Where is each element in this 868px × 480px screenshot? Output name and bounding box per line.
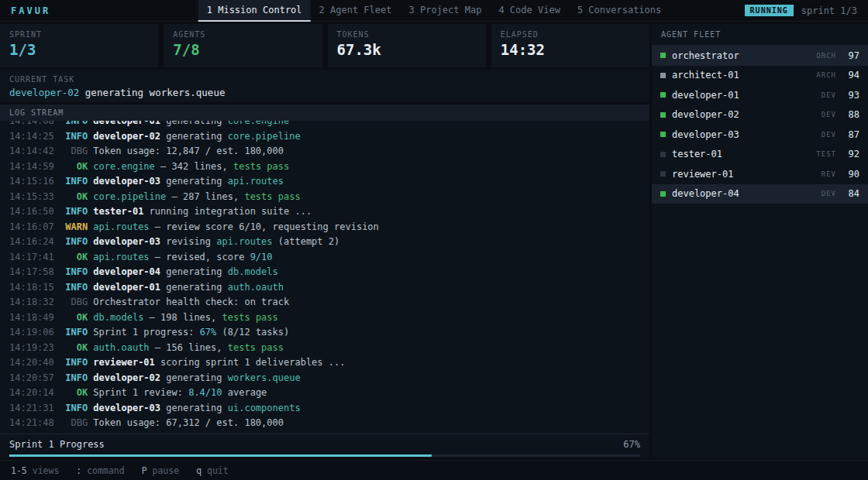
log-line: 14:15:33OKcore.pipeline — 287 lines, tes…	[9, 190, 640, 205]
hint-views: 1-5 views	[11, 465, 59, 476]
agent-role: DEV	[822, 91, 836, 99]
log-time: 14:16:07	[9, 220, 60, 235]
agent-fleet-title: AGENT FLEET	[652, 24, 868, 46]
agent-role: TEST	[816, 150, 836, 158]
log-time: 14:15:33	[9, 190, 60, 205]
log-message: core.pipeline — 287 lines, tests pass	[93, 190, 300, 205]
log-level: INFO	[60, 235, 88, 250]
log-panel: LOG STREAM 14:14:08INFOdeveloper-01 gene…	[0, 105, 649, 434]
agent-name: developer-02	[672, 109, 815, 120]
agent-row-orchestrator[interactable]: orchestratorORCH97	[652, 46, 868, 66]
log-message: Sprint 1 review: 8.4/10 average	[93, 386, 267, 401]
agent-row-developer-03[interactable]: developer-03DEV87	[652, 125, 868, 145]
log-line: 14:16:07WARNapi.routes — review score 6/…	[9, 220, 640, 235]
log-level: OK	[60, 341, 88, 356]
log-line: 14:14:59OKcore.engine — 342 lines, tests…	[9, 159, 640, 175]
log-line: 14:19:06INFOSprint 1 progress: 67% (8/12…	[9, 325, 640, 341]
hint-label: pause	[147, 465, 180, 476]
log-time: 14:18:15	[9, 280, 60, 296]
stat-tokens: TOKENS67.3k	[328, 24, 486, 67]
agent-row-developer-01[interactable]: developer-01DEV93	[652, 85, 868, 105]
log-time: 14:18:49	[9, 310, 60, 326]
log-level: INFO	[60, 355, 88, 371]
log-message: developer-02 generating workers.queue	[93, 371, 300, 386]
tab-3-project-map[interactable]: 3 Project Map	[400, 0, 490, 22]
log-message: developer-01 generating auth.oauth	[93, 280, 284, 296]
log-level: OK	[60, 159, 88, 175]
log-line: 14:20:14OKSprint 1 review: 8.4/10 averag…	[9, 386, 640, 401]
agent-row-developer-02[interactable]: developer-02DEV88	[652, 105, 868, 125]
log-level: INFO	[60, 401, 88, 417]
stat-elapsed: ELAPSED14:32	[491, 24, 649, 67]
log-line: 14:17:58INFOdeveloper-04 generating db.m…	[9, 265, 640, 280]
stats-row: SPRINT1/3AGENTS7/8TOKENS67.3kELAPSED14:3…	[0, 24, 649, 67]
main-area: SPRINT1/3AGENTS7/8TOKENS67.3kELAPSED14:3…	[0, 24, 868, 458]
log-message: developer-02 generating core.pipeline	[93, 129, 300, 145]
log-message: Token usage: 67,312 / est. 180,000	[93, 416, 284, 431]
current-task-line: developer-02generating workers.queue	[9, 87, 640, 98]
log-message: db.models — 198 lines, tests pass	[93, 310, 277, 326]
tab-5-conversations[interactable]: 5 Conversations	[569, 0, 670, 22]
log-time: 14:21:48	[9, 416, 60, 431]
hint-key: P	[142, 465, 147, 476]
log-level: INFO	[60, 121, 88, 129]
log-level: INFO	[60, 371, 88, 386]
hint-quit: q quit	[196, 465, 229, 476]
stat-value: 67.3k	[337, 41, 477, 58]
log-line: 14:15:16INFOdeveloper-03 generating api.…	[9, 174, 640, 190]
log-time: 14:18:32	[9, 295, 60, 310]
tab-4-code-view[interactable]: 4 Code View	[490, 0, 568, 22]
log-line: 14:18:15INFOdeveloper-01 generating auth…	[9, 280, 640, 296]
log-stream-header: LOG STREAM	[0, 105, 649, 121]
agent-score: 84	[842, 188, 859, 199]
tab-bar: 1 Mission Control2 Agent Fleet3 Project …	[198, 0, 670, 22]
log-message: reviewer-01 scoring sprint 1 deliverable…	[93, 355, 345, 371]
log-message: developer-03 generating ui.components	[93, 401, 300, 417]
stat-agents: AGENTS7/8	[164, 24, 322, 67]
agent-status-icon	[660, 191, 666, 197]
log-time: 14:17:41	[9, 250, 60, 266]
log-time: 14:15:16	[9, 174, 60, 190]
log-message: Orchestrator health check: on track	[93, 295, 289, 310]
log-line: 14:14:25INFOdeveloper-02 generating core…	[9, 129, 640, 145]
agent-row-reviewer-01[interactable]: reviewer-01REV90	[652, 164, 868, 184]
log-line: 14:16:50INFOtester-01 running integratio…	[9, 204, 640, 220]
log-level: OK	[60, 190, 88, 205]
agent-row-architect-01[interactable]: architect-01ARCH94	[652, 66, 868, 86]
agent-row-developer-04[interactable]: developer-04DEV84	[652, 184, 868, 204]
main-column: SPRINT1/3AGENTS7/8TOKENS67.3kELAPSED14:3…	[0, 24, 649, 458]
agent-score: 97	[842, 50, 859, 61]
log-message: developer-04 generating db.models	[93, 265, 277, 280]
log-line: 14:19:23OKauth.oauth — 156 lines, tests …	[9, 341, 640, 356]
agent-score: 92	[842, 149, 859, 159]
stat-sprint: SPRINT1/3	[0, 24, 158, 67]
tab-2-agent-fleet[interactable]: 2 Agent Fleet	[311, 0, 401, 22]
log-time: 14:21:31	[9, 401, 60, 417]
log-time: 14:14:59	[9, 159, 60, 175]
log-message: developer-03 revising api.routes (attemp…	[93, 235, 339, 250]
log-level: INFO	[60, 204, 88, 220]
log-level: INFO	[60, 265, 88, 280]
current-task-panel: CURRENT TASK developer-02generating work…	[0, 70, 649, 102]
agent-role: DEV	[822, 190, 836, 197]
log-message: auth.oauth — 156 lines, tests pass	[93, 341, 284, 356]
log-message: Token usage: 12,847 / est. 180,000	[93, 144, 284, 159]
header-status-group: RUNNING sprint 1/3	[745, 5, 857, 16]
log-message: core.engine — 342 lines, tests pass	[93, 159, 289, 175]
stat-label: SPRINT	[9, 30, 149, 39]
agent-role: DEV	[822, 111, 836, 118]
hint-label: command	[81, 465, 124, 476]
top-bar: FAVUR 1 Mission Control2 Agent Fleet3 Pr…	[0, 0, 868, 22]
agent-status-icon	[660, 92, 666, 98]
agent-name: tester-01	[672, 149, 810, 159]
tab-1-mission-control[interactable]: 1 Mission Control	[198, 0, 311, 22]
log-line: 14:14:42DBGToken usage: 12,847 / est. 18…	[9, 144, 640, 159]
agent-status-icon	[660, 132, 666, 137]
log-message: Sprint 1 progress: 67% (8/12 tasks)	[93, 325, 289, 341]
agent-fleet-sidebar: AGENT FLEET orchestratorORCH97architect-…	[652, 24, 868, 458]
agent-role: ARCH	[816, 71, 836, 79]
log-stream[interactable]: 14:14:08INFOdeveloper-01 generating core…	[0, 121, 649, 434]
agent-score: 94	[842, 70, 859, 81]
log-time: 14:20:14	[9, 386, 60, 401]
agent-row-tester-01[interactable]: tester-01TEST92	[652, 145, 868, 165]
